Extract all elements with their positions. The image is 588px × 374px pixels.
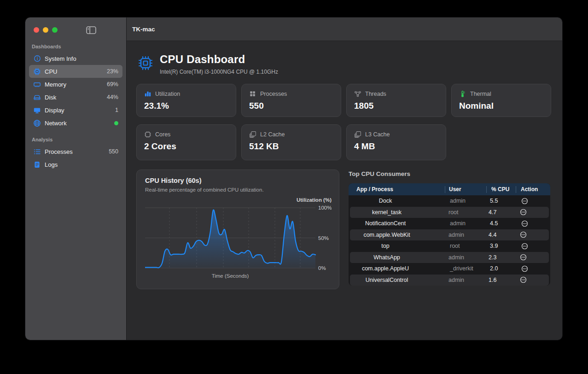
x-axis-title: Time (Seconds)	[212, 273, 249, 279]
table-row[interactable]: toproot3.9	[349, 240, 550, 252]
close-button[interactable]	[34, 27, 39, 33]
process-user: root	[444, 209, 485, 216]
window-title: TK-mac	[132, 26, 155, 33]
process-user: admin	[444, 277, 485, 283]
memory-icon	[33, 81, 41, 88]
stat-card-processes: Processes550	[241, 84, 341, 117]
chart-title: CPU History (60s)	[145, 177, 331, 184]
sidebar-item-display[interactable]: Display1	[29, 104, 122, 117]
table-row[interactable]: UniversalControladmin1.6	[350, 275, 549, 286]
stat-cards: Utilization23.1%Processes550Threads1805T…	[136, 84, 551, 168]
sidebar-item-label: Processes	[45, 148, 109, 155]
stat-card-threads: Threads1805	[346, 84, 446, 117]
app-window: DashboardsSystem InfoCPU23%Memory69%Disk…	[25, 18, 562, 340]
sidebar-item-value: 1	[115, 107, 118, 113]
minimize-button[interactable]	[43, 27, 48, 33]
section-label-analysis: Analysis	[25, 137, 126, 142]
stat-label: Utilization	[155, 91, 180, 97]
process-user: admin	[444, 232, 485, 238]
sidebar-item-cpu[interactable]: CPU23%	[29, 65, 122, 78]
sidebar-toggle-icon[interactable]	[86, 26, 96, 34]
ellipsis-circle-icon[interactable]	[520, 209, 527, 216]
info-icon	[33, 55, 41, 63]
col-header-app: App / Process	[349, 186, 445, 193]
process-user: root	[445, 243, 487, 249]
cpu-history-card: CPU History (60s) Real-time percentage o…	[136, 169, 339, 289]
ellipsis-circle-icon[interactable]	[521, 220, 528, 227]
ellipsis-circle-icon[interactable]	[521, 265, 528, 272]
window-controls	[25, 26, 126, 34]
process-user: admin	[445, 220, 487, 227]
sidebar-item-value: 550	[109, 148, 118, 155]
process-table: App / Process User % CPU Action Dockadmi…	[349, 183, 550, 286]
process-cpu-percent: 4.5	[487, 220, 516, 227]
process-user: _driverkit	[445, 265, 487, 272]
processes-icon	[33, 148, 41, 156]
col-header-action: Action	[516, 186, 550, 193]
process-cpu-percent: 1.6	[485, 277, 515, 283]
sidebar-item-value: 69%	[107, 81, 118, 88]
stat-label: L2 Cache	[260, 131, 285, 138]
table-row[interactable]: NotificationCentadmin4.5	[349, 218, 550, 229]
disk-icon	[33, 94, 41, 101]
process-name: UniversalControl	[350, 277, 424, 283]
stat-value: 1805	[354, 101, 438, 111]
process-name: kernel_task	[350, 209, 424, 216]
bars-icon	[144, 90, 151, 98]
page-subtitle: Intel(R) Core(TM) i3-1000NG4 CPU @ 1.10G…	[160, 69, 278, 75]
table-header: App / Process User % CPU Action	[349, 183, 550, 195]
ellipsis-circle-icon[interactable]	[520, 254, 527, 261]
status-dot-green	[114, 121, 118, 125]
ellipsis-circle-icon[interactable]	[521, 198, 528, 205]
sidebar-item-network[interactable]: Network	[29, 117, 122, 129]
grid-icon	[249, 90, 256, 98]
sidebar-item-memory[interactable]: Memory69%	[29, 78, 122, 91]
sidebar: DashboardsSystem InfoCPU23%Memory69%Disk…	[25, 18, 127, 340]
page-header: CPU Dashboard Intel(R) Core(TM) i3-1000N…	[138, 53, 278, 75]
y-axis-title: Utilization (%)	[297, 197, 332, 203]
zoom-button[interactable]	[52, 27, 58, 33]
col-header-cpu: % CPU	[487, 186, 516, 193]
table-row[interactable]: Dockadmin5.5	[349, 195, 550, 207]
section-label-dashboards: Dashboards	[25, 44, 126, 49]
ellipsis-circle-icon[interactable]	[520, 276, 527, 283]
table-row[interactable]: kernel_taskroot4.7	[350, 207, 549, 218]
col-header-user: User	[445, 186, 487, 193]
table-row[interactable]: com.apple.WebKitadmin4.4	[350, 229, 549, 241]
stat-card-utilization: Utilization23.1%	[136, 84, 236, 117]
stat-label: Thermal	[470, 91, 491, 97]
process-name: com.apple.AppleU	[349, 265, 422, 272]
process-name: NotificationCent	[349, 220, 422, 227]
display-icon	[33, 106, 41, 114]
stat-value: Nominal	[459, 101, 543, 111]
stat-card-l3-cache: L3 Cache4 MB	[346, 124, 446, 160]
stat-value: 23.1%	[144, 101, 228, 111]
ellipsis-circle-icon[interactable]	[520, 231, 527, 238]
titlebar: TK-mac	[127, 18, 562, 41]
sidebar-item-label: Memory	[45, 81, 107, 88]
main-pane: TK-mac CPU Dashboard Intel(R) Core(TM) i…	[127, 18, 562, 340]
process-cpu-percent: 3.9	[487, 243, 516, 249]
chart-subtitle: Real-time percentage of combined CPU uti…	[145, 187, 331, 193]
process-name: top	[349, 243, 422, 249]
sidebar-item-label: Display	[45, 107, 115, 114]
sidebar-item-system-info[interactable]: System Info	[29, 52, 122, 65]
logs-icon	[33, 161, 41, 169]
table-row[interactable]: com.apple.AppleU_driverkit2.0	[349, 263, 550, 275]
cpu-history-chart: Utilization (%) 100% 50% 0% Time (Second…	[145, 196, 332, 280]
sidebar-item-processes[interactable]: Processes550	[29, 145, 122, 158]
network-icon	[33, 119, 41, 127]
y-tick-50: 50%	[318, 235, 329, 241]
ellipsis-circle-icon[interactable]	[521, 243, 528, 250]
stat-card-thermal: ThermalNominal	[451, 84, 551, 117]
stat-label: L3 Cache	[365, 131, 390, 138]
stat-value: 4 MB	[354, 141, 438, 152]
stat-card-cores: Cores2 Cores	[136, 124, 236, 160]
stat-label: Processes	[260, 91, 287, 97]
process-name: com.apple.WebKit	[350, 232, 424, 238]
sidebar-item-disk[interactable]: Disk44%	[29, 91, 122, 104]
page-title: CPU Dashboard	[160, 53, 278, 66]
sidebar-item-logs[interactable]: Logs	[29, 158, 122, 171]
table-row[interactable]: WhatsAppadmin2.3	[350, 252, 549, 263]
process-cpu-percent: 4.7	[485, 209, 515, 216]
